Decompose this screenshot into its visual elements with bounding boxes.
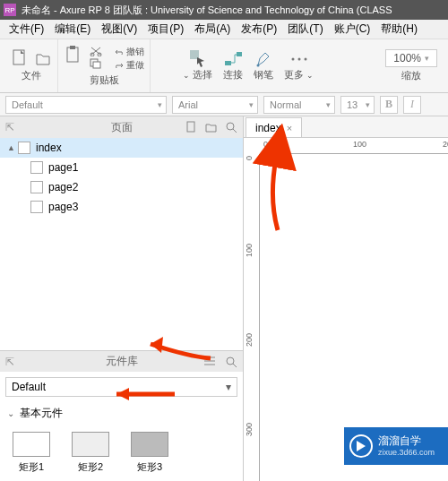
pin-icon[interactable]: ⇱	[5, 356, 14, 368]
ruler-horizontal: 0 100 200	[260, 138, 448, 154]
canvas-area: index × 0 100 200 0 100 200 300	[244, 116, 448, 481]
watermark-badge: 溜溜自学 zixue.3d66.com	[344, 427, 448, 465]
tool-clipboard-group: 撤销 重做 剪贴板	[58, 39, 151, 92]
svg-point-12	[298, 58, 301, 61]
svg-rect-6	[93, 62, 100, 68]
zoom-combo[interactable]: 100%▾	[385, 49, 437, 67]
shape-grid: 矩形1 矩形2 矩形3	[0, 425, 243, 481]
font-combo[interactable]: Arial	[172, 96, 258, 114]
svg-point-13	[305, 58, 307, 61]
menu-publish[interactable]: 发布(P)	[236, 21, 282, 37]
cut-icon[interactable]	[87, 46, 105, 56]
tool-select-group: ⌄ 选择	[177, 39, 218, 92]
close-tab-icon[interactable]: ×	[287, 123, 292, 133]
menu-project[interactable]: 项目(P)	[142, 21, 189, 37]
connect-icon[interactable]	[224, 50, 242, 68]
menu-account[interactable]: 账户(C)	[329, 21, 376, 37]
shape-rect2[interactable]: 矩形2	[72, 432, 109, 474]
svg-line-21	[233, 364, 237, 367]
shape-rect1[interactable]: 矩形1	[13, 432, 50, 474]
format-bar: Default Arial Normal 13 B I	[0, 93, 448, 116]
svg-point-10	[256, 64, 259, 67]
tool-file-label: 文件	[22, 69, 41, 82]
search-pages-icon[interactable]	[225, 121, 237, 133]
shape-rect3[interactable]: 矩形3	[131, 432, 168, 474]
svg-rect-2	[70, 46, 75, 49]
page-icon	[30, 161, 43, 174]
paste-icon[interactable]	[64, 46, 82, 64]
library-title: 元件库	[106, 354, 138, 369]
menu-help[interactable]: 帮助(H)	[375, 21, 423, 37]
svg-point-15	[227, 123, 234, 130]
library-combo[interactable]: Default	[5, 377, 237, 397]
pages-title: 页面	[111, 120, 133, 135]
chevron-down-icon: ⌄	[7, 408, 14, 418]
svg-rect-9	[237, 52, 242, 56]
svg-rect-14	[187, 122, 194, 132]
pin-icon[interactable]: ⇱	[5, 121, 14, 133]
pen-icon[interactable]	[254, 50, 272, 68]
svg-line-16	[233, 129, 237, 133]
menu-file[interactable]: 文件(F)	[4, 21, 49, 37]
select-icon[interactable]	[188, 50, 206, 68]
open-file-icon[interactable]	[34, 49, 52, 67]
app-icon: RP	[4, 4, 16, 16]
toolbar: 文件 撤销 重做 剪贴板 ⌄ 选择 连接 钢笔 更多 ⌄	[0, 39, 448, 93]
more-icon[interactable]	[289, 50, 307, 68]
library-section[interactable]: ⌄ 基本元件	[0, 402, 243, 425]
page-icon	[30, 201, 43, 213]
play-icon	[349, 434, 373, 458]
redo-button[interactable]: 重做	[114, 59, 144, 72]
copy-icon[interactable]	[87, 58, 105, 69]
window-titlebar: RP 未命名 - Axure RP 8 团队版 : University of …	[0, 0, 448, 20]
fontsize-combo[interactable]: 13	[340, 96, 375, 114]
tool-pen-group: 钢笔	[248, 39, 279, 92]
page-root[interactable]: ▲ index	[0, 138, 243, 158]
svg-point-11	[292, 58, 295, 61]
italic-button[interactable]: I	[403, 96, 421, 114]
menu-team[interactable]: 团队(T)	[282, 21, 328, 37]
bold-button[interactable]: B	[380, 96, 398, 114]
ruler-vertical: 0 100 200 300	[244, 154, 260, 481]
menu-view[interactable]: 视图(V)	[96, 21, 142, 37]
new-file-icon[interactable]	[11, 49, 29, 67]
svg-point-20	[227, 357, 234, 365]
title-org: University of Science and Technology of …	[151, 4, 392, 15]
menu-layout[interactable]: 布局(A)	[189, 21, 236, 37]
tool-more-group: 更多 ⌄	[279, 39, 319, 92]
search-library-icon[interactable]	[225, 356, 237, 368]
add-page-icon[interactable]	[185, 121, 198, 133]
weight-combo[interactable]: Normal	[263, 96, 335, 114]
caret-icon[interactable]: ▲	[7, 143, 18, 152]
canvas-tab[interactable]: index ×	[246, 117, 302, 137]
menu-bar: 文件(F) 编辑(E) 视图(V) 项目(P) 布局(A) 发布(P) 团队(T…	[0, 20, 448, 39]
menu-edit[interactable]: 编辑(E)	[49, 21, 96, 37]
page-item[interactable]: page3	[0, 197, 243, 217]
svg-rect-8	[225, 61, 231, 65]
svg-rect-1	[67, 47, 78, 62]
title-doc: 未命名	[22, 4, 51, 17]
library-panel-header: ⇱ 元件库	[0, 350, 243, 372]
page-item[interactable]: page1	[0, 158, 243, 177]
page-item[interactable]: page2	[0, 177, 243, 197]
style-combo[interactable]: Default	[5, 96, 167, 114]
tool-clipboard-label: 剪贴板	[90, 73, 119, 87]
badge-brand: 溜溜自学	[378, 434, 435, 447]
badge-sub: zixue.3d66.com	[378, 448, 435, 458]
undo-button[interactable]: 撤销	[114, 46, 144, 58]
library-menu-icon[interactable]	[203, 356, 216, 368]
tool-file-group: 文件	[5, 39, 58, 92]
canvas-tabbar: index ×	[244, 116, 448, 138]
pages-panel-header: ⇱ 页面	[0, 116, 243, 138]
tool-connect-group: 连接	[218, 39, 248, 92]
page-tree: ▲ index page1 page2 page3	[0, 138, 243, 350]
page-icon	[18, 142, 30, 154]
add-folder-icon[interactable]	[205, 121, 218, 133]
tool-zoom-group: 100%▾ 缩放	[380, 39, 443, 92]
title-app: Axure RP 8 团队版	[60, 4, 142, 17]
page-icon	[30, 181, 43, 193]
